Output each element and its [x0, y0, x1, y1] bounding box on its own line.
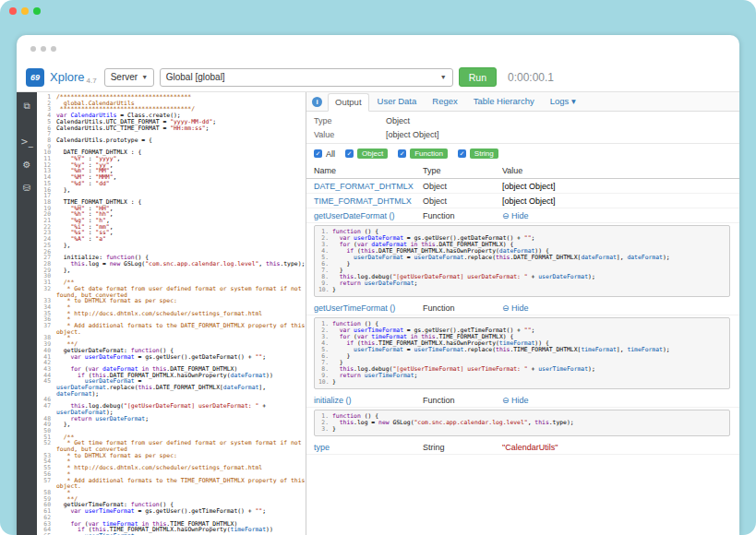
- app-name: Xplore: [50, 70, 85, 84]
- database-icon[interactable]: ⛁: [23, 184, 30, 193]
- code-line-text: },: [54, 187, 306, 194]
- hide-toggle[interactable]: ⊖ Hide: [502, 396, 529, 405]
- source-line: 4. if (this.DATE_FORMAT_DHTMLX.hasOwnPro…: [318, 248, 726, 255]
- inner-maximize-icon[interactable]: [51, 46, 56, 52]
- filter-string[interactable]: ✓String: [458, 149, 498, 159]
- code-line-text: CalendarUtils.prototype = {: [54, 137, 306, 144]
- tab-regex[interactable]: Regex: [425, 92, 464, 111]
- line-number: 57: [37, 478, 54, 490]
- checkbox-icon[interactable]: ✓: [458, 149, 466, 158]
- source-line-text: }: [332, 287, 726, 293]
- result-value: "CalendarUtils": [502, 443, 558, 452]
- source-line-text: function () {: [332, 321, 726, 327]
- code-line-text: * Add additional formats to the DATE_FOR…: [54, 323, 306, 335]
- inner-titlebar: [17, 35, 739, 63]
- source-line-text: var userDateFormat = gs.getUser().getDat…: [332, 235, 726, 242]
- filter-label: Function: [410, 149, 448, 159]
- filter-label: String: [470, 149, 498, 159]
- editor-line: 32 * Get date format from user defined f…: [37, 286, 306, 298]
- value-cell: "CalendarUtils": [502, 443, 732, 452]
- line-number: 47: [37, 403, 54, 415]
- result-summary: TypeObjectValue[object Object]: [306, 112, 739, 144]
- source-line: 1.function () {: [318, 229, 726, 235]
- filter-all[interactable]: ✓All: [314, 149, 335, 159]
- table-row: initialize ()Function⊖ Hide: [306, 393, 739, 408]
- result-type: Object: [423, 182, 502, 191]
- source-line-text: var userTimeFormat = gs.getUser().getTim…: [332, 327, 726, 334]
- inner-close-icon[interactable]: [30, 46, 36, 52]
- result-name-link[interactable]: DATE_FORMAT_DHTMLX: [314, 182, 414, 191]
- source-line: 2. var userDateFormat = gs.getUser().get…: [318, 235, 726, 242]
- name-cell: getUserTimeFormat (): [314, 303, 423, 313]
- source-line: 2. var userTimeFormat = gs.getUser().get…: [318, 327, 726, 334]
- info-icon[interactable]: i: [312, 97, 322, 107]
- summary-value: Object: [386, 116, 732, 125]
- traffic-lights: [9, 7, 41, 15]
- terminal-icon[interactable]: >_: [20, 137, 32, 147]
- code-line-text: "%A" : "a": [54, 236, 306, 243]
- line-number: 5: [37, 119, 54, 125]
- result-name-link[interactable]: TIME_FORMAT_DHTMLX: [314, 196, 412, 206]
- table-row: getUserTimeFormat ()Function⊖ Hide: [306, 301, 739, 315]
- checkbox-icon[interactable]: ✓: [398, 149, 406, 158]
- code-line-text: * Get time format from user defined form…: [54, 440, 306, 452]
- server-select[interactable]: Server ▼: [104, 68, 154, 87]
- editor-line: 52 * Get time format from user defined f…: [37, 440, 306, 452]
- filter-object[interactable]: ✓Object: [345, 149, 388, 159]
- result-name-link[interactable]: type: [314, 443, 330, 452]
- tab-bar: i OutputUser DataRegexTable HierarchyLog…: [306, 92, 739, 112]
- result-value: [object Object]: [502, 196, 556, 206]
- gear-icon[interactable]: ⚙: [23, 160, 31, 170]
- source-line-text: }: [332, 353, 726, 360]
- run-button[interactable]: Run: [459, 67, 497, 87]
- source-line-number: 10.: [318, 379, 332, 386]
- filter-function[interactable]: ✓Function: [398, 149, 448, 159]
- hide-toggle[interactable]: ⊖ Hide: [502, 303, 529, 313]
- tab-logs[interactable]: Logs ▾: [543, 92, 583, 111]
- minimize-icon[interactable]: [21, 7, 29, 15]
- source-line: 6. }: [318, 261, 726, 268]
- code-line-text: * to DHTMLX format as per spec:: [54, 298, 306, 304]
- app-title: Xplore 4.7: [50, 70, 97, 84]
- checkbox-icon[interactable]: ✓: [314, 149, 322, 158]
- result-name-link[interactable]: initialize (): [314, 396, 352, 405]
- table-row: DATE_FORMAT_DHTMLXObject[object Object]: [306, 179, 739, 194]
- tab-user-data[interactable]: User Data: [370, 92, 425, 111]
- name-cell: DATE_FORMAT_DHTMLX: [314, 182, 423, 191]
- editor-line: 33 * to DHTMLX format as per spec:: [37, 298, 306, 304]
- inner-minimize-icon[interactable]: [41, 46, 46, 52]
- source-line-text: }: [332, 268, 726, 274]
- summary-label: Value: [314, 130, 386, 139]
- code-line-text: },: [54, 243, 306, 249]
- source-line-text: return userDateFormat;: [332, 280, 726, 287]
- maximize-icon[interactable]: [33, 7, 41, 15]
- tab-output[interactable]: Output: [328, 93, 369, 112]
- code-line-text: "%d" : "dd": [54, 181, 306, 187]
- result-name-link[interactable]: getUserTimeFormat (): [314, 303, 395, 313]
- checkbox-icon[interactable]: ✓: [345, 149, 354, 158]
- code-line-text: },: [54, 268, 306, 274]
- editor-line: 8CalendarUtils.prototype = {: [37, 137, 306, 144]
- edit-script-icon[interactable]: ⧉: [23, 101, 30, 111]
- scope-select-value: Global [global]: [166, 72, 225, 82]
- source-line-text: this.log.debug("[getUserDateFormat] user…: [332, 274, 726, 280]
- scope-select[interactable]: Global [global] ▼: [160, 68, 453, 87]
- name-cell: TIME_FORMAT_DHTMLX: [314, 196, 423, 206]
- hide-toggle[interactable]: ⊖ Hide: [502, 211, 529, 220]
- source-line: 1.function () {: [318, 321, 726, 327]
- editor-line: 25 },: [37, 243, 306, 249]
- source-line-text: }: [332, 261, 726, 268]
- result-name-link[interactable]: getUserDateFormat (): [314, 211, 395, 220]
- code-editor[interactable]: 1/*************************************2…: [37, 92, 306, 535]
- function-source: 1.function () {2. var userTimeFormat = g…: [314, 317, 730, 389]
- source-line: 3.}: [318, 426, 726, 433]
- collapse-icon: ⊖: [502, 303, 510, 313]
- logo-glyph: 69: [30, 73, 40, 82]
- source-line: 1.function () {: [318, 413, 726, 420]
- tab-table-hierarchy[interactable]: Table Hierarchy: [466, 92, 542, 111]
- source-line: 9. return userDateFormat;: [318, 280, 726, 287]
- result-type: Object: [423, 196, 502, 206]
- line-number: 7: [37, 131, 54, 137]
- close-icon[interactable]: [9, 7, 17, 15]
- column-header: Name: [314, 166, 423, 175]
